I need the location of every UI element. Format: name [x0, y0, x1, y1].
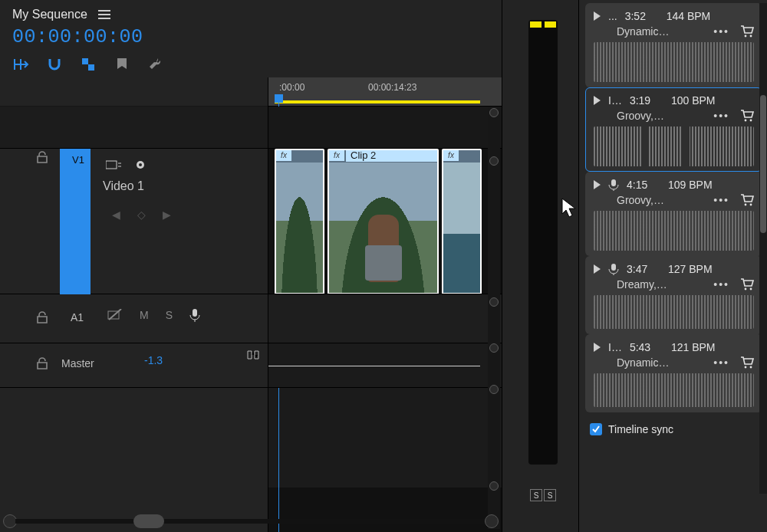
snap-icon[interactable] — [46, 56, 63, 73]
solo-indicator[interactable]: S — [544, 489, 556, 501]
fx-badge-icon[interactable]: fx — [329, 150, 344, 161]
video-clip[interactable]: fx — [275, 149, 324, 294]
scroll-handle-icon[interactable] — [489, 108, 499, 117]
timeline-sync-checkbox[interactable] — [590, 423, 602, 435]
scroll-handle-icon[interactable] — [489, 343, 499, 353]
track-duration: 3:19 — [630, 94, 663, 107]
svg-point-16 — [750, 366, 752, 369]
track-tags: Groovy,… — [617, 194, 703, 206]
scroll-handle-icon[interactable] — [489, 156, 499, 166]
library-track-card[interactable]: I…5:43121 BPMDynamic…••• — [585, 334, 762, 412]
svg-point-5 — [745, 35, 747, 38]
fx-badge-icon[interactable]: fx — [443, 150, 459, 161]
time-ruler[interactable]: :00:00 00:00:14:23 — [268, 77, 502, 107]
lock-icon[interactable] — [37, 151, 48, 163]
scroll-thumb[interactable] — [760, 95, 766, 233]
more-options-icon[interactable]: ••• — [713, 25, 729, 38]
svg-rect-4 — [193, 309, 197, 317]
cart-icon[interactable] — [740, 356, 754, 369]
audio-meter: S S — [502, 0, 579, 532]
waveform-preview[interactable] — [594, 211, 754, 251]
play-icon[interactable] — [594, 343, 601, 352]
voiceover-mic-icon[interactable] — [189, 308, 200, 322]
video-clip[interactable]: fx Clip 2 — [328, 149, 439, 294]
track-duration: 3:47 — [627, 263, 660, 275]
sequence-menu-icon[interactable] — [98, 10, 110, 19]
library-track-card[interactable]: ...3:52144 BPMDynamic…••• — [585, 3, 762, 87]
audio-track-header[interactable]: A1 M S — [0, 294, 268, 343]
play-icon[interactable] — [594, 11, 601, 21]
library-track-card[interactable]: 3:47127 BPMDreamy,…••• — [585, 256, 762, 334]
scroll-handle-icon[interactable] — [489, 385, 499, 394]
mute-button[interactable]: M — [140, 309, 149, 321]
track-bpm: 100 BPM — [671, 94, 731, 107]
lock-icon[interactable] — [37, 357, 48, 369]
cart-icon[interactable] — [740, 110, 754, 122]
more-options-icon[interactable]: ••• — [713, 278, 729, 291]
audio-library-panel: ...3:52144 BPMDynamic…•••I…3:19100 BPMGr… — [579, 0, 767, 532]
prev-keyframe-icon[interactable]: ◀ — [112, 209, 120, 221]
svg-point-2 — [139, 163, 142, 166]
cart-icon[interactable] — [740, 25, 754, 38]
video-clip[interactable]: fx — [442, 149, 482, 294]
solo-button[interactable]: S — [166, 309, 173, 321]
waveform-preview[interactable] — [594, 42, 754, 82]
toggle-track-output-icon[interactable] — [135, 159, 152, 170]
master-volume-value[interactable]: -1.3 — [144, 354, 163, 366]
scroll-thumb[interactable] — [133, 514, 164, 528]
waveform-preview[interactable] — [594, 295, 754, 329]
video-track-name[interactable]: Video 1 — [103, 179, 268, 193]
master-track-lane[interactable] — [268, 343, 502, 388]
play-icon[interactable] — [594, 96, 601, 105]
play-icon[interactable] — [594, 264, 601, 274]
add-keyframe-icon[interactable]: ◇ — [137, 209, 146, 221]
v1-source-patch[interactable] — [60, 149, 91, 294]
scroll-handle-icon[interactable] — [489, 481, 499, 491]
lock-icon[interactable] — [37, 311, 48, 323]
track-headers: V1 Video 1 ◀ ◇ ▶ — [0, 77, 268, 532]
timeline-tracks[interactable]: :00:00 00:00:14:23 fx fx Clip 2 — [268, 77, 502, 532]
insert-overwrite-icon[interactable] — [12, 56, 29, 73]
cart-icon[interactable] — [740, 278, 754, 291]
waveform-preview[interactable] — [594, 373, 754, 407]
play-icon[interactable] — [594, 180, 601, 189]
meter-track[interactable] — [528, 20, 558, 465]
track-bpm: 121 BPM — [671, 341, 731, 353]
linked-selection-icon[interactable] — [80, 56, 97, 73]
svg-point-6 — [750, 35, 752, 38]
library-track-card[interactable]: I…3:19100 BPMGroovy,…••• — [585, 87, 762, 172]
sequence-name[interactable]: My Sequence — [12, 8, 87, 21]
more-options-icon[interactable]: ••• — [713, 194, 729, 206]
svg-point-11 — [750, 204, 752, 206]
solo-indicator[interactable]: S — [530, 489, 542, 501]
more-options-icon[interactable]: ••• — [713, 356, 729, 369]
vertical-scrollbar[interactable] — [488, 107, 500, 529]
scroll-handle-icon[interactable] — [485, 514, 499, 528]
next-keyframe-icon[interactable]: ▶ — [163, 209, 171, 221]
marker-icon[interactable] — [114, 56, 130, 73]
mute-fx-icon[interactable] — [107, 309, 123, 321]
settings-wrench-icon[interactable] — [147, 56, 164, 73]
svg-point-15 — [745, 366, 747, 369]
library-track-card[interactable]: 4:15109 BPMGroovy,…••• — [585, 172, 762, 256]
more-options-icon[interactable]: ••• — [713, 110, 729, 122]
video-track-lane[interactable]: fx fx Clip 2 fx — [268, 149, 502, 294]
master-track-header[interactable]: Master -1.3 — [0, 343, 268, 388]
v1-short-label: V1 — [72, 154, 84, 166]
toggle-sync-lock-icon[interactable] — [106, 159, 121, 170]
track-title-prefix: I… — [608, 94, 622, 107]
playhead-timecode[interactable]: 00:00:00:00 — [12, 26, 489, 48]
scroll-handle-icon[interactable] — [489, 297, 499, 307]
horizontal-scrollbar[interactable] — [3, 514, 499, 529]
track-duration: 5:43 — [630, 341, 663, 353]
vocal-mic-icon — [608, 179, 619, 191]
audio-track-lane[interactable] — [268, 294, 502, 343]
timeline-toolbar — [12, 56, 489, 73]
playhead-icon[interactable] — [275, 94, 283, 103]
waveform-preview[interactable] — [594, 126, 754, 166]
library-scrollbar[interactable] — [759, 3, 767, 494]
expand-track-icon[interactable] — [246, 350, 260, 360]
cart-icon[interactable] — [740, 194, 754, 206]
video-track-header[interactable]: V1 Video 1 ◀ ◇ ▶ — [0, 149, 268, 294]
fx-badge-icon[interactable]: fx — [276, 150, 291, 161]
